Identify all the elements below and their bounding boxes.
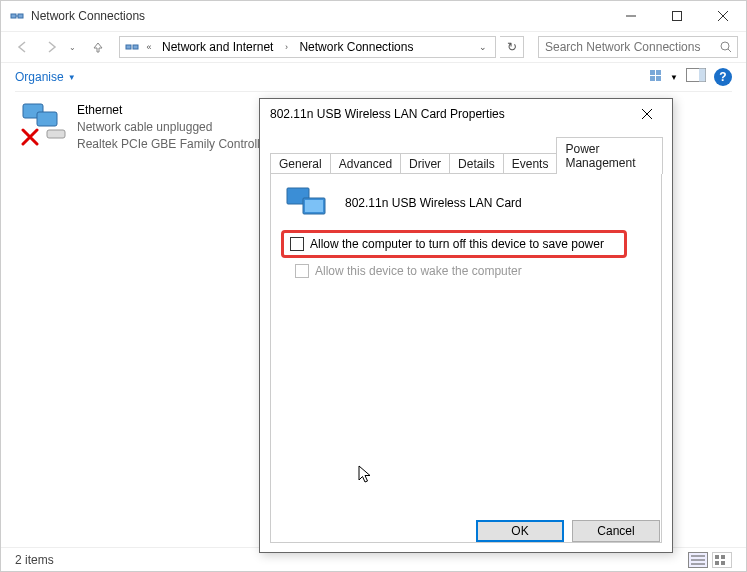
svg-rect-23 [715, 555, 719, 559]
window-title: Network Connections [31, 9, 608, 23]
svg-line-10 [728, 49, 731, 52]
svg-rect-14 [656, 76, 661, 81]
tab-details[interactable]: Details [449, 153, 504, 174]
connection-status: Network cable unplugged [77, 119, 270, 136]
app-icon [9, 8, 25, 24]
tab-advanced[interactable]: Advanced [330, 153, 401, 174]
svg-rect-0 [11, 14, 16, 18]
breadcrumb-network-connections[interactable]: Network Connections [295, 40, 417, 54]
organise-menu[interactable]: Organise ▼ [15, 70, 76, 84]
wake-checkbox [295, 264, 309, 278]
chevron-right-icon: › [279, 42, 293, 52]
tab-events[interactable]: Events [503, 153, 558, 174]
caret-down-icon: ▼ [68, 73, 76, 82]
nav-toolbar: ⌄ « Network and Internet › Network Conne… [1, 31, 746, 63]
command-bar: Organise ▼ ▼ ? [1, 63, 746, 91]
forward-button[interactable] [39, 35, 65, 59]
svg-rect-18 [37, 112, 57, 126]
svg-rect-1 [18, 14, 23, 18]
view-large-toggle[interactable] [712, 552, 732, 568]
refresh-button[interactable]: ↻ [500, 36, 524, 58]
preview-pane-icon[interactable] [686, 68, 706, 86]
tab-general[interactable]: General [270, 153, 331, 174]
svg-rect-24 [721, 555, 725, 559]
monitor-icon [285, 186, 331, 220]
window-controls [608, 1, 746, 31]
svg-point-9 [721, 42, 729, 50]
wake-option: Allow this device to wake the computer [295, 264, 522, 278]
tab-power-management[interactable]: Power Management [556, 137, 663, 174]
svg-rect-19 [47, 130, 65, 138]
address-dropdown[interactable]: ⌄ [475, 42, 491, 52]
status-count: 2 items [15, 553, 54, 567]
maximize-button[interactable] [654, 1, 700, 31]
svg-rect-31 [305, 200, 323, 212]
connection-item-text: Ethernet Network cable unplugged Realtek… [77, 102, 270, 153]
toolbar-right: ▼ ? [650, 68, 732, 86]
svg-rect-8 [133, 45, 138, 49]
svg-rect-13 [650, 76, 655, 81]
dialog-titlebar: 802.11n USB Wireless LAN Card Properties [260, 99, 672, 129]
device-row: 802.11n USB Wireless LAN Card [285, 186, 647, 220]
ethernet-icon [19, 102, 67, 146]
dialog-buttons: OK Cancel [476, 520, 660, 542]
tab-panel: 802.11n USB Wireless LAN Card Allow the … [270, 173, 662, 543]
chevron-left-icon[interactable]: « [142, 42, 156, 52]
wake-label: Allow this device to wake the computer [315, 264, 522, 278]
back-button[interactable] [9, 35, 35, 59]
view-details-toggle[interactable] [688, 552, 708, 568]
minimize-button[interactable] [608, 1, 654, 31]
titlebar: Network Connections [1, 1, 746, 31]
caret-down-icon: ▼ [670, 73, 678, 82]
power-off-label: Allow the computer to turn off this devi… [310, 237, 604, 251]
close-button[interactable] [700, 1, 746, 31]
svg-rect-25 [715, 561, 719, 565]
help-icon[interactable]: ? [714, 68, 732, 86]
breadcrumb-network-internet[interactable]: Network and Internet [158, 40, 277, 54]
svg-rect-16 [699, 69, 706, 82]
device-label: 802.11n USB Wireless LAN Card [345, 196, 522, 210]
organise-label: Organise [15, 70, 64, 84]
divider [15, 91, 732, 92]
properties-dialog: 802.11n USB Wireless LAN Card Properties… [259, 98, 673, 553]
cursor-icon [358, 465, 374, 489]
svg-rect-26 [721, 561, 725, 565]
history-dropdown[interactable]: ⌄ [69, 43, 81, 52]
connection-adapter: Realtek PCIe GBE Family Controller [77, 136, 270, 153]
svg-rect-11 [650, 70, 655, 75]
search-box [538, 36, 738, 58]
cancel-button[interactable]: Cancel [572, 520, 660, 542]
address-bar[interactable]: « Network and Internet › Network Connect… [119, 36, 496, 58]
svg-rect-4 [673, 12, 682, 21]
tab-driver[interactable]: Driver [400, 153, 450, 174]
status-view-toggles [688, 552, 732, 568]
search-icon[interactable] [715, 41, 737, 53]
dialog-title: 802.11n USB Wireless LAN Card Properties [270, 107, 632, 121]
dialog-close-button[interactable] [632, 99, 662, 129]
up-button[interactable] [85, 35, 111, 59]
ok-button[interactable]: OK [476, 520, 564, 542]
search-input[interactable] [539, 40, 715, 54]
connection-item-ethernet[interactable]: Ethernet Network cable unplugged Realtek… [19, 102, 270, 153]
connection-name: Ethernet [77, 102, 270, 119]
tabs-area: General Advanced Driver Details Events P… [260, 129, 672, 552]
view-mode-selector[interactable]: ▼ [650, 70, 678, 84]
tab-bar: General Advanced Driver Details Events P… [270, 137, 662, 174]
svg-rect-7 [126, 45, 131, 49]
path-icon [124, 39, 140, 55]
power-off-checkbox[interactable] [290, 237, 304, 251]
highlighted-option: Allow the computer to turn off this devi… [281, 230, 627, 258]
svg-rect-12 [656, 70, 661, 75]
